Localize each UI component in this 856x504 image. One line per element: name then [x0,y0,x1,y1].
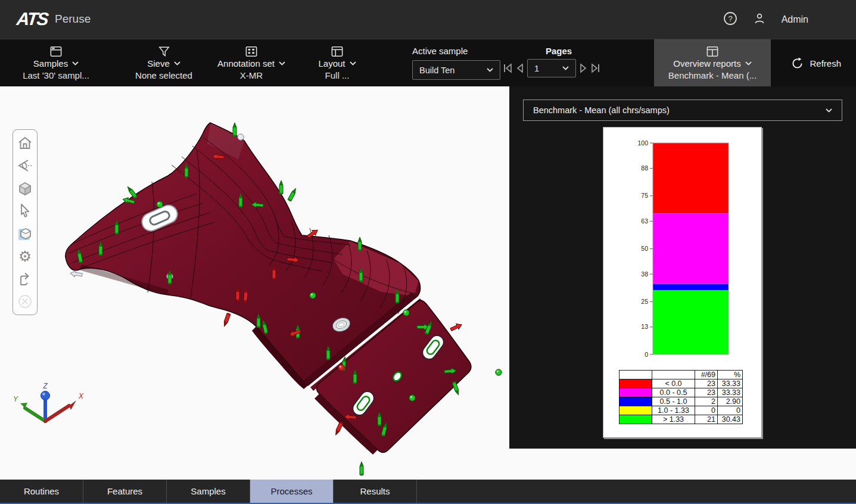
y-tick-label: 75 [641,192,648,199]
chevron-down-icon [745,61,752,66]
z-axis-label: Z [42,383,48,390]
view-visibility-button[interactable] [13,154,37,177]
bottom-tab-bar: RoutinesFeaturesSamplesProcessesResults [0,480,856,503]
table-row: > 1.332130.43 [620,415,743,424]
tab-samples[interactable]: Samples [167,480,250,503]
annotation-pin [452,381,460,396]
ats-logo: ATS [15,9,48,29]
bar-segment [653,213,729,284]
annotation-pin [223,313,231,327]
bar-segment [653,143,729,213]
shaded-cube-icon [17,181,33,196]
y-tick-label: 50 [641,245,648,252]
annotation-pin [157,201,163,207]
first-page-icon[interactable] [503,63,512,73]
home-icon [17,135,33,151]
view-eye-icon [17,158,33,173]
active-sample-value: Build Ten [419,66,455,75]
bar-segment [653,290,729,354]
page-select[interactable]: 1 [527,59,576,77]
annotation-pin [310,293,316,298]
select-tool-button[interactable] [13,200,37,222]
username[interactable]: Admin [782,14,808,25]
report-selector-value: Benchmark - Mean (all chrs/samps) [533,105,670,115]
sieve-sub: None selected [135,70,192,81]
table-row: 1.0 - 1.3300 [620,406,743,415]
report-panel: Benchmark - Mean (all chrs/samps) 013253… [509,86,856,449]
next-page-icon[interactable] [579,63,588,73]
report-selector[interactable]: Benchmark - Mean (all chrs/samps) [523,99,842,121]
sieve-label: Sieve [147,58,170,69]
annotation-pin [409,395,415,401]
y-tick-label: 13 [641,323,648,330]
help-icon[interactable]: ? [723,11,737,28]
tab-processes[interactable]: Processes [250,480,334,503]
previous-page-icon[interactable] [515,63,524,73]
pages-label: Pages [503,46,614,56]
samples-button[interactable]: Samples Last '30' sampl... [11,39,101,87]
table-row: 0.0 - 0.52333.33 [620,388,743,397]
funnel-icon [158,46,170,57]
y-axis-label: Y [13,395,18,403]
table-row: < 0.02333.33 [620,379,743,388]
home-view-button[interactable] [13,132,37,154]
section-cube-icon [17,225,33,242]
svg-text:?: ? [728,14,732,23]
active-sample-label: Active sample [412,46,500,56]
annotation-grid-icon [245,46,257,57]
last-page-icon[interactable] [591,63,600,73]
samples-label: Samples [33,58,68,69]
axis-triad: Z Y X [11,383,88,440]
tab-features[interactable]: Features [83,480,167,503]
tab-results[interactable]: Results [334,480,417,503]
benchmark-stacked-bar-chart: 013253850637588100 [603,127,761,366]
annotation-set-label: Annotation set [217,58,275,69]
top-app-bar: ATS Peruse ? Admin [0,0,856,39]
annotation-set-button[interactable]: Annotation set X-MR [206,39,297,87]
benchmark-legend-table: #/69%< 0.02333.330.0 - 0.52333.330.5 - 1… [619,370,743,424]
close-view-button [13,290,37,313]
app-title: Peruse [55,13,91,26]
y-tick-label: 100 [637,139,648,147]
page-number: 1 [534,64,539,73]
y-tick-label: 38 [641,270,648,278]
annotation-pin [233,123,236,136]
report-panel-icon [706,46,718,57]
tab-routines[interactable]: Routines [0,480,83,503]
annotation-pin [70,270,82,278]
settings-gear-icon: ⚙ [18,249,32,264]
overview-reports-button[interactable]: Overview reports Benchmark - Mean (... [654,39,771,87]
chevron-down-icon [279,61,285,66]
layout-label: Layout [318,58,345,69]
overview-reports-sub: Benchmark - Mean (... [668,70,757,81]
x-axis-label: X [78,392,84,400]
y-tick-label: 88 [641,164,648,172]
annotation-pin [403,310,409,316]
chevron-down-icon [72,61,79,66]
annotation-pin [338,365,344,371]
table-row: 0.5 - 1.022.90 [620,397,743,406]
chevron-down-icon [826,108,832,113]
user-icon[interactable] [753,12,766,27]
chevron-down-icon [174,61,180,66]
refresh-button[interactable]: Refresh [791,39,841,87]
settings-button[interactable]: ⚙ [13,245,37,267]
annotation-pin [496,369,502,375]
export-view-button[interactable] [13,267,37,290]
chevron-down-icon [350,61,356,66]
layout-button[interactable]: Layout Full ... [301,39,373,87]
y-tick-label: 63 [641,217,648,225]
sieve-button[interactable]: Sieve None selected [120,39,207,87]
select-cursor-icon [18,203,32,219]
layout-sub: Full ... [325,70,350,81]
section-view-button[interactable] [13,222,37,245]
annotation-pin [288,188,297,201]
annotation-pin [360,462,363,475]
samples-panel-icon [50,46,62,57]
shaded-view-button[interactable] [13,177,37,200]
bar-segment [653,284,729,290]
chevron-down-icon [487,68,493,72]
export-view-icon [17,271,33,287]
viewport-3d[interactable]: ⚙ Z Y X Benchmark - Mean (all chrs/samps… [0,86,856,480]
active-sample-select[interactable]: Build Ten [412,60,500,80]
